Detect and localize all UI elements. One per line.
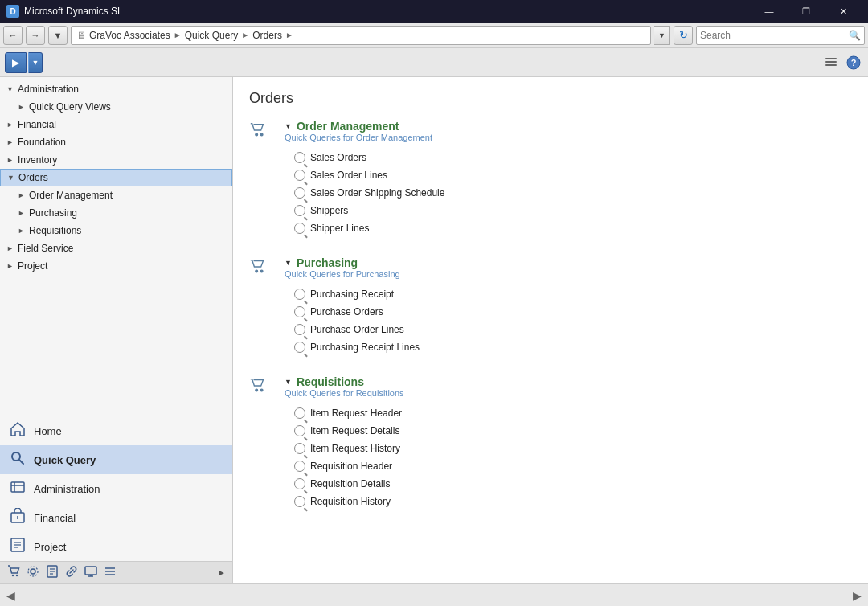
- nav-quick-query[interactable]: Quick Query: [0, 445, 232, 474]
- tree-item-requisitions[interactable]: ► Requisitions: [0, 222, 232, 240]
- address-bar: ← → ▼ 🖥 GraVoc Associates ► Quick Query …: [0, 23, 868, 48]
- item-requisition-history: Requisition History: [310, 496, 391, 507]
- close-button[interactable]: ✕: [825, 0, 862, 23]
- item-sales-order-lines: Sales Order Lines: [310, 170, 387, 181]
- section-title-order-management[interactable]: ▼ Order Management: [285, 120, 399, 133]
- tree-item-administration[interactable]: ▼ Administration: [0, 80, 232, 98]
- search-item-icon: [294, 152, 305, 163]
- list-item[interactable]: Requisition Header: [285, 457, 852, 475]
- list-item[interactable]: Item Request History: [285, 440, 852, 457]
- tree-item-order-management[interactable]: ► Order Management: [0, 186, 232, 204]
- tree-item-foundation[interactable]: ► Foundation: [0, 133, 232, 151]
- monitor-bottom-icon[interactable]: [84, 564, 98, 582]
- list-item[interactable]: Sales Order Shipping Schedule: [285, 184, 852, 202]
- back-button[interactable]: ←: [3, 26, 23, 45]
- section-title-requisitions[interactable]: ▼ Requisitions: [285, 375, 364, 388]
- item-purchasing-receipt-lines: Purchasing Receipt Lines: [310, 342, 420, 353]
- refresh-button[interactable]: ↻: [674, 26, 693, 45]
- svg-marker-5: [11, 423, 24, 436]
- list-item[interactable]: Shippers: [285, 202, 852, 219]
- nav-financial[interactable]: Financial: [0, 503, 232, 532]
- minimize-button[interactable]: —: [751, 0, 788, 23]
- search-item-icon: [294, 306, 305, 317]
- list-item[interactable]: Purchasing Receipt Lines: [285, 338, 852, 356]
- restore-button[interactable]: ❐: [788, 0, 825, 23]
- section-requisitions: ▼ Requisitions Quick Queries for Requisi…: [249, 375, 852, 510]
- list-item[interactable]: Requisition Details: [285, 475, 852, 493]
- sidebar: ▼ Administration ► Quick Query Views ► F…: [0, 77, 233, 583]
- section-content-purchasing: ▼ Purchasing Quick Queries for Purchasin…: [285, 256, 852, 356]
- svg-point-17: [12, 574, 14, 575]
- nav-project[interactable]: Project: [0, 532, 232, 561]
- section-icon-order-management: [249, 120, 272, 237]
- arrow-requisitions: ►: [18, 227, 29, 235]
- play-dropdown-button[interactable]: ▼: [28, 52, 43, 73]
- search-item-icon: [294, 289, 305, 300]
- svg-rect-0: [825, 61, 837, 63]
- window-controls: — ❐ ✕: [751, 0, 862, 23]
- item-shipping-schedule: Sales Order Shipping Schedule: [310, 187, 444, 199]
- tree-item-project[interactable]: ► Project: [0, 257, 232, 275]
- path-orders[interactable]: Orders: [252, 30, 282, 41]
- address-dropdown-button[interactable]: ▼: [654, 26, 670, 45]
- cart-bottom-icon[interactable]: [6, 564, 21, 582]
- svg-point-20: [28, 567, 38, 576]
- dropdown-arrow-button[interactable]: ▼: [48, 26, 68, 45]
- list-item[interactable]: Sales Orders: [285, 149, 852, 166]
- app-title: Microsoft Dynamics SL: [24, 6, 751, 17]
- expand-bottom-icon[interactable]: ►: [218, 568, 226, 577]
- title-bar: D Microsoft Dynamics SL — ❐ ✕: [0, 0, 868, 23]
- scroll-left-button[interactable]: ◀: [6, 589, 15, 602]
- tree-item-financial[interactable]: ► Financial: [0, 116, 232, 133]
- svg-rect-2: [825, 58, 837, 59]
- tree-item-inventory[interactable]: ► Inventory: [0, 151, 232, 169]
- search-input[interactable]: [700, 30, 849, 41]
- list-item[interactable]: Purchase Orders: [285, 303, 852, 321]
- doc-bottom-icon[interactable]: [45, 564, 59, 582]
- path-arrow-3: ►: [285, 31, 293, 39]
- path-gravoc[interactable]: GraVoc Associates: [89, 30, 170, 41]
- list-item[interactable]: Item Request Header: [285, 404, 852, 422]
- address-path[interactable]: 🖥 GraVoc Associates ► Quick Query ► Orde…: [71, 26, 651, 45]
- forward-button[interactable]: →: [26, 26, 45, 45]
- search-item-icon: [294, 170, 305, 181]
- link-bottom-icon[interactable]: [64, 564, 79, 582]
- tree-item-orders[interactable]: ▼ Orders: [0, 169, 232, 186]
- nav-administration[interactable]: Administration: [0, 474, 232, 503]
- nav-project-label: Project: [34, 541, 66, 553]
- list-item[interactable]: Shipper Lines: [285, 219, 852, 237]
- gear-bottom-icon[interactable]: [26, 564, 40, 582]
- list-item[interactable]: Purchase Order Lines: [285, 321, 852, 338]
- svg-text:?: ?: [851, 58, 857, 68]
- tree-item-quick-query-views[interactable]: ► Quick Query Views: [0, 98, 232, 116]
- bottom-icon-bar: ►: [0, 561, 232, 583]
- tools-icon-button[interactable]: [821, 53, 841, 72]
- tree-item-field-service[interactable]: ► Field Service: [0, 240, 232, 257]
- list-item[interactable]: Purchasing Receipt: [285, 285, 852, 303]
- scroll-right-button[interactable]: ▶: [853, 589, 862, 602]
- section-content-requisitions: ▼ Requisitions Quick Queries for Requisi…: [285, 375, 852, 510]
- item-purchasing-receipt: Purchasing Receipt: [310, 289, 394, 300]
- search-item-icon: [294, 342, 305, 353]
- list-item[interactable]: Requisition History: [285, 493, 852, 510]
- section-title-purchasing[interactable]: ▼ Purchasing: [285, 256, 358, 269]
- arrow-inventory: ►: [6, 156, 18, 164]
- collapse-arrow-req: ▼: [285, 378, 292, 386]
- path-quickquery[interactable]: Quick Query: [185, 30, 239, 41]
- section-content-order-management: ▼ Order Management Quick Queries for Ord…: [285, 120, 852, 237]
- tree-item-purchasing[interactable]: ► Purchasing: [0, 204, 232, 222]
- svg-point-18: [16, 574, 18, 575]
- menu-bottom-icon[interactable]: [103, 564, 117, 582]
- help-icon-button[interactable]: ?: [844, 53, 863, 72]
- search-item-icon: [294, 496, 305, 507]
- search-item-icon: [294, 223, 305, 234]
- list-item[interactable]: Item Request Details: [285, 422, 852, 440]
- project-icon: [10, 537, 26, 557]
- list-item[interactable]: Sales Order Lines: [285, 166, 852, 184]
- nav-quick-query-label: Quick Query: [34, 454, 96, 466]
- arrow-foundation: ►: [6, 138, 18, 146]
- nav-home[interactable]: Home: [0, 416, 232, 445]
- search-icon[interactable]: 🔍: [849, 30, 861, 41]
- arrow-field-service: ►: [6, 244, 18, 252]
- play-button[interactable]: ▶: [5, 52, 27, 73]
